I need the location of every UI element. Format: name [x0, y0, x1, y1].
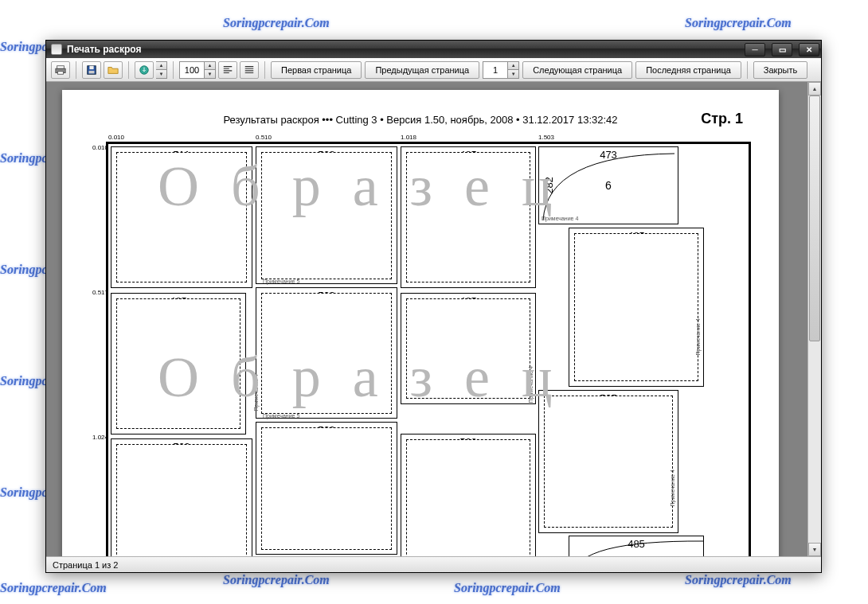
first-page-button[interactable]: Первая страница	[271, 61, 362, 79]
scroll-down-button[interactable]: ▼	[808, 543, 821, 556]
svg-rect-4	[89, 65, 93, 68]
align-left-icon	[222, 64, 233, 76]
app-icon	[51, 44, 62, 55]
preview-page: Результаты раскроя ••• Cutting 3 • Верси…	[62, 90, 779, 556]
status-text: Страница 1 из 2	[53, 560, 118, 570]
statusbar: Страница 1 из 2	[46, 556, 821, 572]
zoom-up[interactable]: ▲	[205, 62, 215, 71]
window-title: Печать раскроя	[67, 44, 141, 55]
zoom-input[interactable]	[179, 61, 205, 79]
page-input[interactable]	[483, 61, 508, 79]
minimize-button[interactable]: ─	[745, 43, 765, 57]
save-button[interactable]	[82, 61, 101, 79]
svg-rect-0	[57, 65, 65, 68]
panel-6: 473 282 6	[538, 146, 678, 224]
floppy-icon	[86, 64, 97, 76]
page-number: Стр. 1	[701, 111, 743, 127]
curve-icon	[569, 536, 703, 556]
print-button[interactable]	[51, 61, 70, 79]
panel-last: 485	[569, 536, 704, 556]
page-header: Результаты раскроя ••• Cutting 3 • Верси…	[90, 114, 751, 126]
fit-page-button[interactable]	[240, 61, 259, 79]
close-button[interactable]: Закрыть	[753, 61, 807, 79]
page-spinner[interactable]: ▲▼	[483, 61, 519, 79]
print-preview-window: Печать раскроя ─ ▭ ✕ ▲▼	[45, 40, 822, 573]
last-page-button[interactable]: Последняя страница	[635, 61, 741, 79]
scroll-up-button[interactable]: ▲	[808, 82, 821, 95]
fit-width-button[interactable]	[218, 61, 237, 79]
svg-rect-2	[58, 71, 64, 74]
toolbar: ▲▼ ▲▼ Первая страница Предыдущая страниц…	[46, 58, 821, 82]
content-area: Результаты раскроя ••• Cutting 3 • Верси…	[46, 82, 821, 556]
export-icon	[139, 64, 150, 76]
svg-rect-5	[89, 70, 95, 73]
vertical-scrollbar[interactable]: ▲ ▼	[807, 82, 821, 556]
page-down[interactable]: ▼	[508, 70, 518, 78]
export-button[interactable]	[135, 61, 154, 79]
prev-page-button[interactable]: Предыдущая страница	[365, 61, 479, 79]
maximize-button[interactable]: ▭	[772, 43, 792, 57]
align-justify-icon	[244, 64, 255, 76]
scroll-track[interactable]	[808, 95, 821, 543]
printer-icon	[55, 64, 66, 76]
page-up[interactable]: ▲	[508, 62, 518, 71]
close-window-button[interactable]: ✕	[799, 43, 819, 57]
titlebar[interactable]: Печать раскроя ─ ▭ ✕	[46, 41, 821, 58]
zoom-spinner[interactable]: ▲▼	[179, 61, 216, 79]
open-button[interactable]	[104, 61, 123, 79]
folder-open-icon	[108, 64, 119, 76]
next-page-button[interactable]: Следующая страница	[522, 61, 632, 79]
preview-viewport[interactable]: Результаты раскроя ••• Cutting 3 • Верси…	[46, 82, 807, 556]
scroll-thumb[interactable]	[809, 95, 820, 341]
curve-icon	[539, 147, 678, 224]
zoom-down[interactable]: ▼	[205, 70, 215, 78]
export-spinner[interactable]: ▲▼	[156, 61, 167, 79]
